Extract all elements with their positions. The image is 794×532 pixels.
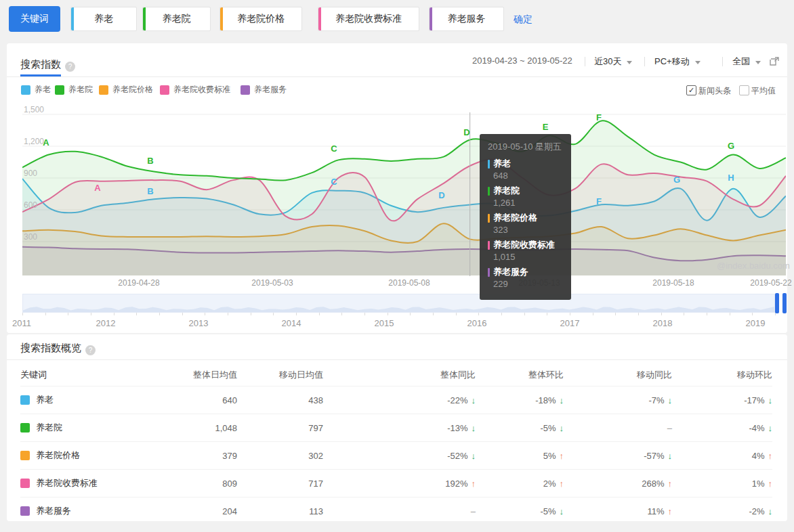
tooltip-value: 229 bbox=[493, 278, 563, 290]
news-event-letter[interactable]: C bbox=[331, 177, 337, 187]
keyword-name: 养老 bbox=[36, 394, 54, 406]
tooltip-date: 2019-05-10 星期五 bbox=[488, 141, 563, 153]
news-event-letter[interactable]: B bbox=[147, 186, 153, 196]
device-dropdown[interactable]: PC+移动 bbox=[654, 56, 701, 68]
pct-value: 192% bbox=[445, 479, 467, 489]
legend-item[interactable]: 养老 bbox=[21, 84, 51, 95]
news-event-letter[interactable]: A bbox=[43, 137, 49, 148]
trend-chart[interactable] bbox=[22, 108, 786, 278]
timeline-tick bbox=[182, 313, 183, 315]
keyword-cell: 养老服务 bbox=[20, 505, 169, 517]
timeline-tick bbox=[114, 313, 114, 315]
tooltip-series-name: 养老院收费标准 bbox=[488, 239, 563, 251]
average-checkbox[interactable]: ✓ bbox=[739, 85, 749, 95]
legend-swatch bbox=[21, 85, 30, 95]
keyword-name: 养老院 bbox=[36, 422, 62, 434]
tooltip-color-bar bbox=[488, 241, 490, 250]
chevron-down-icon bbox=[755, 61, 761, 64]
news-event-letter[interactable]: D bbox=[463, 127, 469, 137]
news-headline-checkbox[interactable]: ✓ bbox=[686, 85, 696, 95]
keyword-chip[interactable]: 养老院收费标准 bbox=[318, 7, 419, 31]
pct-cell: – bbox=[323, 506, 476, 516]
tooltip-name-text: 养老服务 bbox=[493, 266, 528, 278]
tooltip-color-bar bbox=[488, 214, 490, 223]
news-event-letter[interactable]: G bbox=[728, 141, 734, 151]
average-label[interactable]: 平均值 bbox=[751, 85, 776, 97]
timeline-tick bbox=[524, 313, 525, 315]
keyword-color-bar bbox=[143, 7, 146, 30]
confirm-link[interactable]: 确定 bbox=[514, 14, 532, 26]
timeline-handle-right[interactable] bbox=[782, 293, 787, 313]
divider bbox=[585, 57, 585, 66]
chevron-down-icon bbox=[695, 61, 701, 64]
legend-item[interactable]: 养老院价格 bbox=[99, 84, 153, 95]
x-tick-label: 2019-05-18 bbox=[652, 278, 694, 288]
header-divider bbox=[7, 76, 787, 77]
region-dropdown[interactable]: 全国 bbox=[732, 56, 761, 68]
timeline-handle-left[interactable] bbox=[775, 293, 779, 313]
tooltip-item: 养老648 bbox=[488, 158, 563, 181]
tab-search-index[interactable]: 搜索指数? bbox=[20, 58, 75, 72]
column-header: 整体日均值 bbox=[169, 369, 237, 381]
open-in-new-icon[interactable] bbox=[770, 56, 780, 69]
news-event-letter[interactable]: F bbox=[596, 196, 602, 206]
arrow-down-icon: ↓ bbox=[768, 395, 773, 405]
pct-value: -2% bbox=[749, 506, 764, 516]
pct-cell: -57%↓ bbox=[564, 451, 672, 461]
overview-table: 关键词整体日均值移动日均值整体同比整体环比移动同比移动环比养老640438-22… bbox=[20, 364, 772, 525]
timeline-slider-track[interactable] bbox=[22, 294, 775, 313]
legend-swatch bbox=[99, 85, 108, 95]
area-养老院 bbox=[22, 120, 786, 275]
keyword-chip[interactable]: 养老院 bbox=[142, 7, 211, 31]
pct-value: 1% bbox=[752, 479, 765, 489]
keyword-chip-label: 养老院收费标准 bbox=[335, 13, 402, 25]
y-tick-label: 1,500 bbox=[24, 105, 44, 114]
tooltip-series-name: 养老院价格 bbox=[488, 212, 563, 224]
news-event-letter[interactable]: E bbox=[543, 122, 549, 132]
news-event-letter[interactable]: D bbox=[438, 190, 444, 200]
legend-item[interactable]: 养老院 bbox=[55, 84, 93, 95]
pct-cell: -5%↓ bbox=[476, 506, 564, 516]
keyword-color-swatch bbox=[20, 395, 30, 405]
pct-value: 2% bbox=[543, 479, 556, 489]
mobile-avg-cell: 797 bbox=[237, 423, 323, 433]
help-icon[interactable]: ? bbox=[85, 345, 96, 355]
news-event-letter[interactable]: H bbox=[728, 173, 734, 183]
time-range-dropdown[interactable]: 近30天 bbox=[594, 56, 632, 68]
news-event-letter[interactable]: F bbox=[596, 112, 602, 123]
news-event-letter[interactable]: B bbox=[147, 156, 153, 166]
news-event-letter[interactable]: A bbox=[94, 183, 100, 193]
tooltip-color-bar bbox=[488, 187, 490, 196]
legend-label: 养老院价格 bbox=[112, 84, 153, 95]
timeline-tick bbox=[91, 313, 91, 315]
overall-avg-cell: 640 bbox=[169, 395, 237, 405]
news-event-letter[interactable]: G bbox=[673, 175, 680, 185]
column-header: 移动同比 bbox=[564, 369, 672, 381]
tooltip-item: 养老服务229 bbox=[488, 266, 563, 290]
keyword-chip[interactable]: 养老服务 bbox=[429, 7, 504, 31]
timeline-tick bbox=[296, 313, 297, 315]
pct-cell: -7%↓ bbox=[564, 395, 672, 405]
pct-value: -18% bbox=[535, 395, 556, 405]
legend-item[interactable]: 养老院收费标准 bbox=[160, 84, 230, 95]
keyword-chip[interactable]: 养老 bbox=[70, 7, 137, 31]
pct-value: -4% bbox=[749, 423, 764, 433]
pct-cell: -52%↓ bbox=[323, 451, 476, 461]
news-headline-label[interactable]: 新闻头条 bbox=[698, 85, 731, 97]
tooltip-series-name: 养老服务 bbox=[488, 266, 563, 278]
pct-cell: -22%↓ bbox=[323, 395, 476, 405]
help-icon[interactable]: ? bbox=[65, 62, 75, 72]
divider bbox=[722, 57, 723, 66]
news-event-letter[interactable]: C bbox=[331, 143, 337, 154]
chevron-down-icon bbox=[627, 61, 632, 64]
legend-item[interactable]: 养老服务 bbox=[241, 84, 287, 95]
timeline-tick bbox=[159, 313, 160, 315]
no-data-dash: – bbox=[667, 423, 672, 433]
timeline-tick bbox=[251, 313, 251, 315]
table-row: 养老640438-22%↓-18%↓-7%↓-17%↓ bbox=[20, 386, 772, 414]
timeline-tick bbox=[228, 313, 228, 315]
keyword-cell: 养老 bbox=[20, 394, 169, 406]
mobile-avg-cell: 113 bbox=[237, 506, 323, 516]
keyword-label-button[interactable]: 关键词 bbox=[9, 6, 60, 32]
keyword-chip[interactable]: 养老院价格 bbox=[220, 7, 302, 31]
